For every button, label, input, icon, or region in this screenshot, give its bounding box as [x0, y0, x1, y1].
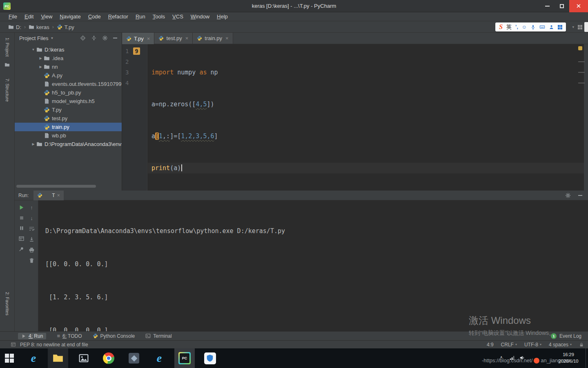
line-separator-widget[interactable]: CRLF ▾: [501, 342, 517, 348]
horizontal-scrollbar[interactable]: [16, 185, 96, 188]
soft-wrap-button[interactable]: [29, 226, 35, 232]
close-icon[interactable]: ×: [147, 36, 150, 42]
taskbar-app-icon[interactable]: [124, 348, 144, 368]
menu-item-tools[interactable]: Tools: [149, 12, 169, 21]
toolwindow-toggle-icon[interactable]: [11, 342, 16, 347]
taskbar-chrome-icon[interactable]: [98, 348, 119, 368]
start-button[interactable]: [5, 354, 14, 363]
caret-position-widget[interactable]: 4:9: [487, 342, 494, 348]
menu-item-help[interactable]: Help: [213, 12, 232, 21]
project-view-selector[interactable]: Project Files: [19, 35, 49, 41]
toolwindow-button-python-console[interactable]: Python Console: [93, 333, 135, 339]
menu-item-file[interactable]: File: [5, 12, 21, 21]
volume-icon[interactable]: [519, 355, 525, 361]
down-stack-button[interactable]: ↓: [30, 215, 33, 221]
close-button[interactable]: ✕: [569, 0, 588, 12]
toolwindow-button-todo[interactable]: ≡ 6: TODO: [57, 333, 82, 339]
ime-punctuation-toggle[interactable]: ’,: [515, 24, 518, 30]
close-icon[interactable]: ×: [57, 193, 60, 198]
taskbar-ie2-icon[interactable]: e: [149, 348, 169, 368]
chevron-down-icon[interactable]: ▾: [572, 25, 574, 29]
run-console[interactable]: D:\ProgramData\Anaconda3\envs\tensorflow…: [38, 200, 588, 331]
pin-button[interactable]: [18, 246, 24, 252]
tree-item-anaconda-root[interactable]: ▶ D:\ProgramData\Anaconda3\envs\te: [15, 140, 122, 148]
taskbar-pycharm-icon[interactable]: PC: [174, 348, 195, 368]
tree-item-idea[interactable]: ▶ .idea: [15, 54, 122, 63]
collapse-all-icon[interactable]: [91, 35, 97, 41]
scroll-to-end-button[interactable]: [29, 236, 35, 242]
skin-person-icon[interactable]: [549, 25, 554, 30]
taskbar-ie-icon[interactable]: e: [23, 348, 44, 368]
expand-arrow-icon[interactable]: ▶: [38, 56, 44, 60]
ime-handle[interactable]: [584, 22, 588, 32]
settings-gear-icon[interactable]: [102, 35, 108, 41]
tool-button-structure[interactable]: 7: Structure: [5, 79, 10, 102]
menu-item-vcs[interactable]: VCS: [169, 12, 187, 21]
tree-item-keras-root[interactable]: ▼ D:\keras: [15, 45, 122, 54]
taskbar-shield-app-icon[interactable]: [200, 348, 220, 368]
tray-chevron-icon[interactable]: ∧: [500, 355, 503, 359]
menu-item-window[interactable]: Window: [187, 12, 213, 21]
encoding-widget[interactable]: UTF-8 ▾: [524, 342, 541, 348]
restore-layout-button[interactable]: [18, 236, 24, 242]
tree-item-tpy[interactable]: T.py: [15, 105, 122, 114]
locate-icon[interactable]: [80, 35, 86, 41]
menu-item-edit[interactable]: Edit: [21, 12, 37, 21]
breadcrumb-item-file[interactable]: T.py: [57, 24, 74, 30]
network-icon[interactable]: [510, 355, 515, 361]
expand-arrow-icon[interactable]: ▶: [30, 142, 36, 146]
breadcrumb-item-drive[interactable]: D:: [8, 24, 21, 30]
print-button[interactable]: [29, 247, 35, 253]
toolbox-icon[interactable]: [558, 25, 562, 29]
close-icon[interactable]: ×: [225, 35, 229, 41]
minimize-button[interactable]: [540, 0, 555, 12]
indent-widget[interactable]: 4 spaces ▾: [549, 342, 572, 348]
toolwindow-button-terminal[interactable]: Terminal: [145, 333, 172, 339]
close-icon[interactable]: ×: [185, 35, 189, 41]
expand-arrow-icon[interactable]: ▶: [38, 65, 44, 69]
tree-item-events[interactable]: events.out.tfevents.1591079973.WIN: [15, 80, 122, 88]
tree-item-modelweights[interactable]: model_weights.h5: [15, 97, 122, 105]
grid-icon[interactable]: [578, 25, 582, 29]
show-desktop-button[interactable]: [586, 348, 588, 368]
code-area[interactable]: import numpy as np a=np.zeros([4,5]) a[1…: [148, 44, 584, 191]
rerun-button[interactable]: [18, 204, 24, 211]
run-tab[interactable]: T ×: [33, 191, 63, 200]
maximize-button[interactable]: [555, 0, 569, 12]
toolwindow-button-run[interactable]: 4: Run: [18, 333, 46, 339]
event-log-button[interactable]: 1 Event Log: [551, 333, 581, 339]
breadcrumb-item-keras[interactable]: keras: [29, 24, 49, 30]
chevron-down-icon[interactable]: ▼: [51, 36, 54, 40]
hide-panel-icon[interactable]: [578, 195, 582, 196]
microphone-icon[interactable]: [530, 25, 536, 30]
error-stripe[interactable]: [584, 44, 588, 191]
up-stack-button[interactable]: ↑: [30, 204, 33, 211]
hide-panel-icon[interactable]: [113, 38, 117, 38]
inspection-indicator-icon[interactable]: [578, 46, 582, 50]
ime-language-toggle[interactable]: 英: [506, 23, 512, 31]
expand-arrow-icon[interactable]: ▼: [30, 48, 36, 52]
tool-button-project[interactable]: 1: Project: [5, 38, 10, 56]
tool-button-favorites[interactable]: 2: Favorites: [5, 292, 10, 315]
tree-item-h5topb[interactable]: h5_to_pb.py: [15, 88, 122, 97]
taskbar-explorer-icon[interactable]: [48, 348, 68, 368]
project-folder-icon[interactable]: [4, 62, 10, 67]
menu-item-refactor[interactable]: Refactor: [105, 12, 132, 21]
menu-item-run[interactable]: Run: [132, 12, 149, 21]
tree-item-nn[interactable]: ▶ nn: [15, 63, 122, 71]
stop-button[interactable]: [19, 215, 24, 221]
tree-item-wbpb[interactable]: wb.pb: [15, 131, 122, 140]
tree-item-testpy[interactable]: test.py: [15, 114, 122, 123]
settings-gear-icon[interactable]: [565, 193, 571, 198]
keyboard-icon[interactable]: [539, 24, 545, 30]
menu-item-navigate[interactable]: Navigate: [56, 12, 84, 21]
editor-tab-testpy[interactable]: test.py ×: [154, 33, 193, 44]
tree-item-apy[interactable]: A.py: [15, 71, 122, 80]
sogou-logo-icon[interactable]: S: [499, 23, 503, 31]
menu-item-view[interactable]: View: [37, 12, 56, 21]
lock-icon[interactable]: [579, 342, 584, 347]
pause-button[interactable]: [19, 225, 24, 231]
taskbar-clock[interactable]: 16:29 2020/6/10: [554, 351, 583, 364]
editor-tab-trainpy[interactable]: train.py ×: [193, 33, 233, 44]
clear-all-button[interactable]: [29, 258, 35, 264]
